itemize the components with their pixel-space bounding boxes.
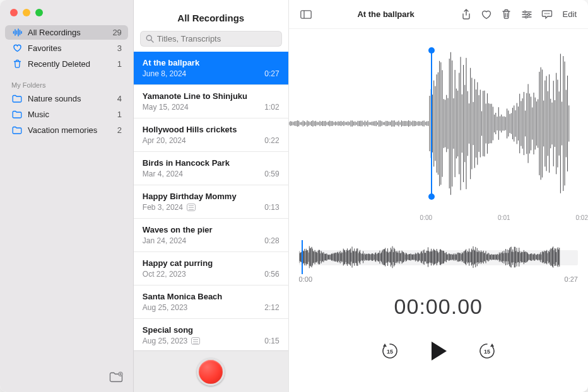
voice-memos-window: All Recordings29Favorites3Recently Delet… (0, 0, 588, 392)
edit-button[interactable]: Edit (558, 7, 582, 21)
window-controls (0, 0, 133, 25)
record-bar (134, 350, 288, 392)
recording-item[interactable]: Special songAug 25, 20230:15 (134, 319, 288, 350)
trash-icon (11, 59, 23, 69)
recording-item-duration: 0:56 (264, 270, 279, 279)
recording-item-duration: 0:15 (264, 337, 279, 345)
toggle-sidebar-button[interactable] (297, 6, 315, 23)
skip-back-button[interactable]: 15 (380, 341, 400, 361)
sidebar-folders-header: My Folders (0, 72, 133, 91)
recording-item-date: Aug 25, 2023 (143, 303, 187, 312)
overview-start-time: 0:00 (299, 275, 312, 283)
play-button[interactable] (429, 340, 448, 362)
sidebar-folder-label: Nature sounds (28, 94, 81, 103)
share-button[interactable] (457, 6, 476, 23)
recording-item[interactable]: At the ballparkJune 8, 20240:27 (134, 52, 288, 85)
folder-icon (11, 126, 23, 134)
detail-toolbar: At the ballpark Edit (289, 0, 588, 29)
recording-item-date: May 15, 2024 (143, 103, 189, 112)
search-input[interactable] (157, 34, 276, 43)
sidebar-item-label: Favorites (28, 43, 61, 53)
delete-button[interactable] (497, 6, 516, 23)
recording-item-duration: 0:28 (264, 236, 279, 245)
recording-item-duration: 1:02 (264, 103, 279, 112)
close-window-button[interactable] (10, 9, 18, 16)
sidebar: All Recordings29Favorites3Recently Delet… (0, 0, 134, 392)
recording-item-duration: 0:27 (264, 69, 279, 78)
overview-waveform-graphic (299, 239, 560, 275)
search-icon (146, 35, 154, 43)
playback-settings-button[interactable] (517, 6, 536, 23)
sidebar-folder-music[interactable]: Music1 (5, 107, 128, 122)
new-folder-button[interactable] (109, 372, 123, 383)
skip-forward-button[interactable]: 15 (477, 341, 497, 361)
sidebar-folder-count: 1 (117, 110, 122, 119)
recording-item[interactable]: Yamanote Line to ShinjukuMay 15, 20241:0… (134, 85, 288, 118)
playhead[interactable] (302, 240, 303, 274)
svg-point-19 (548, 13, 550, 14)
recording-item-duration: 2:12 (264, 303, 279, 312)
transcript-badge-icon (187, 204, 196, 211)
svg-point-15 (527, 13, 529, 15)
sidebar-folder-label: Music (28, 110, 49, 119)
svg-point-17 (544, 13, 546, 14)
recording-item[interactable]: Birds in Hancock ParkMar 4, 20240:59 (134, 152, 288, 185)
recording-item-title: Hollywood Hills crickets (143, 125, 279, 134)
sidebar-item-recently-deleted[interactable]: Recently Deleted1 (5, 57, 128, 71)
recording-item-title: Yamanote Line to Shinjuku (143, 91, 279, 101)
record-button[interactable] (197, 358, 225, 386)
recording-title: At the ballpark (315, 9, 457, 19)
recording-item-title: At the ballpark (143, 58, 279, 67)
waveform-zoomed[interactable] (289, 29, 588, 212)
trim-start-handle[interactable] (431, 50, 432, 197)
search-field[interactable] (140, 31, 282, 47)
detail-panel: At the ballpark Edit (289, 0, 588, 392)
folder-icon (11, 110, 23, 118)
favorite-button[interactable] (477, 6, 496, 23)
sidebar-item-favorites[interactable]: Favorites3 (5, 41, 128, 55)
recording-item-title: Special song (143, 325, 279, 335)
recording-item-title: Waves on the pier (143, 225, 279, 234)
waveform-graphic (289, 48, 570, 199)
recording-item[interactable]: Waves on the pierJan 24, 20240:28 (134, 219, 288, 252)
sidebar-item-count: 29 (112, 28, 121, 37)
sidebar-folder-count: 2 (117, 125, 122, 135)
fullscreen-window-button[interactable] (35, 9, 43, 16)
sidebar-item-all-recordings[interactable]: All Recordings29 (5, 25, 128, 40)
recording-item-title: Birds in Hancock Park (143, 158, 279, 168)
waveform-overview[interactable] (299, 239, 578, 275)
recording-item[interactable]: Happy Birthday MommyFeb 3, 20240:13 (134, 185, 288, 219)
ruler-tick: 0:00 (420, 214, 432, 221)
minimize-window-button[interactable] (23, 9, 30, 16)
svg-text:15: 15 (387, 349, 393, 355)
sidebar-item-label: All Recordings (28, 28, 81, 37)
recordings-list-panel: All Recordings At the ballparkJune 8, 20… (134, 0, 289, 392)
sidebar-folder-nature-sounds[interactable]: Nature sounds4 (5, 91, 128, 106)
recording-item-duration: 0:22 (264, 136, 279, 145)
sidebar-folder-vacation-memories[interactable]: Vacation memories2 (5, 123, 128, 137)
svg-point-18 (546, 13, 548, 14)
time-ruler: 0:00 0:01 0:02 (289, 212, 588, 221)
recording-item-date: Apr 20, 2024 (143, 136, 186, 145)
playback-controls: 15 15 (289, 340, 588, 362)
recording-item-date: June 8, 2024 (143, 69, 186, 78)
sidebar-item-count: 3 (117, 43, 122, 53)
sidebar-item-count: 1 (117, 59, 122, 69)
recording-item[interactable]: Hollywood Hills cricketsApr 20, 20240:22 (134, 118, 288, 152)
current-time-display: 00:00.00 (289, 294, 588, 319)
recording-item-date: Oct 22, 2023 (143, 270, 186, 279)
recording-item-date: Aug 25, 2023 (143, 337, 187, 345)
svg-text:15: 15 (484, 349, 490, 355)
ruler-tick: 0:02 (576, 214, 588, 221)
recording-item-date: Mar 4, 2024 (143, 170, 183, 178)
transcript-badge-icon (191, 337, 200, 345)
recording-item[interactable]: Happy cat purringOct 22, 20230:56 (134, 252, 288, 285)
sidebar-item-label: Recently Deleted (28, 59, 90, 69)
folder-icon (11, 95, 23, 103)
waveform-icon (11, 28, 23, 37)
recording-item[interactable]: Santa Monica BeachAug 25, 20232:12 (134, 285, 288, 319)
recording-item-date: Feb 3, 2024 (143, 203, 183, 212)
transcript-button[interactable] (538, 6, 556, 23)
recording-item-title: Santa Monica Beach (143, 292, 279, 301)
recording-item-duration: 0:13 (264, 203, 279, 212)
